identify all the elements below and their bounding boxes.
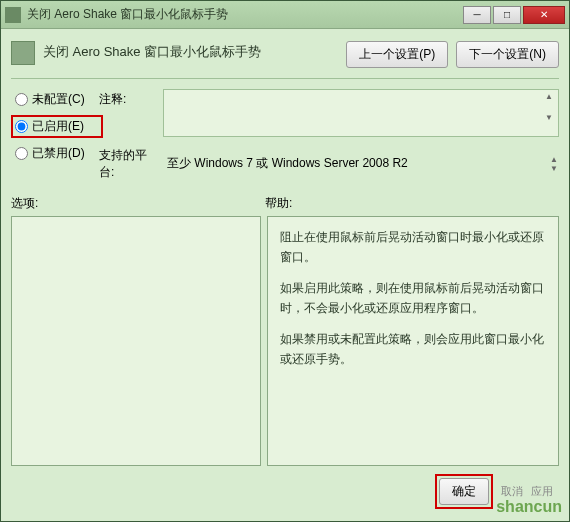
comment-textarea[interactable]: ▲ ▼ [163,89,559,137]
help-paragraph-3: 如果禁用或未配置此策略，则会应用此窗口最小化或还原手势。 [280,329,546,370]
scroll-up-icon[interactable]: ▲ [542,92,556,113]
comment-scroll: ▲ ▼ [542,92,556,134]
options-panel [11,216,261,466]
ok-highlight: 确定 [435,474,493,509]
scroll-down-icon[interactable]: ▼ [542,113,556,134]
scroll-up-icon[interactable]: ▲ [547,155,561,164]
platform-value: 至少 Windows 7 或 Windows Server 2008 R2 [167,156,408,170]
platform-row: 支持的平台: 至少 Windows 7 或 Windows Server 200… [99,145,559,181]
radio-disabled[interactable]: 已禁用(D) [15,145,99,162]
fields-column: 注释: ▲ ▼ 支持的平台: 至少 Windows 7 或 Windows Se… [99,89,559,181]
dialog-window: 关闭 Aero Shake 窗口最小化鼠标手势 ─ □ ✕ 关闭 Aero Sh… [0,0,570,522]
content-area: 关闭 Aero Shake 窗口最小化鼠标手势 上一个设置(P) 下一个设置(N… [1,29,569,521]
close-button[interactable]: ✕ [523,6,565,24]
radio-not-configured-label: 未配置(C) [32,91,85,108]
titlebar: 关闭 Aero Shake 窗口最小化鼠标手势 ─ □ ✕ [1,1,569,29]
radio-enabled-label: 已启用(E) [32,118,84,135]
app-icon [5,7,21,23]
cancel-button[interactable]: 取消 [501,484,523,499]
radio-disabled-input[interactable] [15,147,28,160]
help-paragraph-2: 如果启用此策略，则在使用鼠标前后晃动活动窗口时，不会最小化或还原应用程序窗口。 [280,278,546,319]
config-section: 未配置(C) 已启用(E) 已禁用(D) 注释: ▲ [11,79,559,187]
help-label: 帮助: [265,195,292,212]
radio-not-configured-input[interactable] [15,93,28,106]
help-paragraph-1: 阻止在使用鼠标前后晃动活动窗口时最小化或还原窗口。 [280,227,546,268]
comment-label: 注释: [99,89,155,108]
footer: 确定 取消 应用 [11,466,559,513]
comment-row: 注释: ▲ ▼ [99,89,559,137]
window-title: 关闭 Aero Shake 窗口最小化鼠标手势 [27,6,463,23]
radio-not-configured[interactable]: 未配置(C) [15,91,99,108]
platform-value-box: 至少 Windows 7 或 Windows Server 2008 R2 ▲ … [163,153,559,174]
window-controls: ─ □ ✕ [463,6,565,24]
radio-group: 未配置(C) 已启用(E) 已禁用(D) [15,89,99,181]
section-labels: 选项: 帮助: [11,187,559,216]
panels: 阻止在使用鼠标前后晃动活动窗口时最小化或还原窗口。 如果启用此策略，则在使用鼠标… [11,216,559,466]
radio-enabled-input[interactable] [15,120,28,133]
policy-title: 关闭 Aero Shake 窗口最小化鼠标手势 [43,41,346,61]
header-row: 关闭 Aero Shake 窗口最小化鼠标手势 上一个设置(P) 下一个设置(N… [11,35,559,79]
prev-setting-button[interactable]: 上一个设置(P) [346,41,448,68]
radio-disabled-label: 已禁用(D) [32,145,85,162]
ok-button[interactable]: 确定 [439,478,489,505]
radio-enabled[interactable]: 已启用(E) [11,115,103,138]
nav-buttons: 上一个设置(P) 下一个设置(N) [346,41,559,68]
maximize-button[interactable]: □ [493,6,521,24]
platform-scroll: ▲ ▼ [547,155,561,172]
scroll-down-icon[interactable]: ▼ [547,164,561,173]
next-setting-button[interactable]: 下一个设置(N) [456,41,559,68]
platform-label: 支持的平台: [99,145,155,181]
minimize-button[interactable]: ─ [463,6,491,24]
help-panel: 阻止在使用鼠标前后晃动活动窗口时最小化或还原窗口。 如果启用此策略，则在使用鼠标… [267,216,559,466]
options-label: 选项: [11,195,265,212]
policy-icon [11,41,35,65]
apply-button[interactable]: 应用 [531,484,553,499]
